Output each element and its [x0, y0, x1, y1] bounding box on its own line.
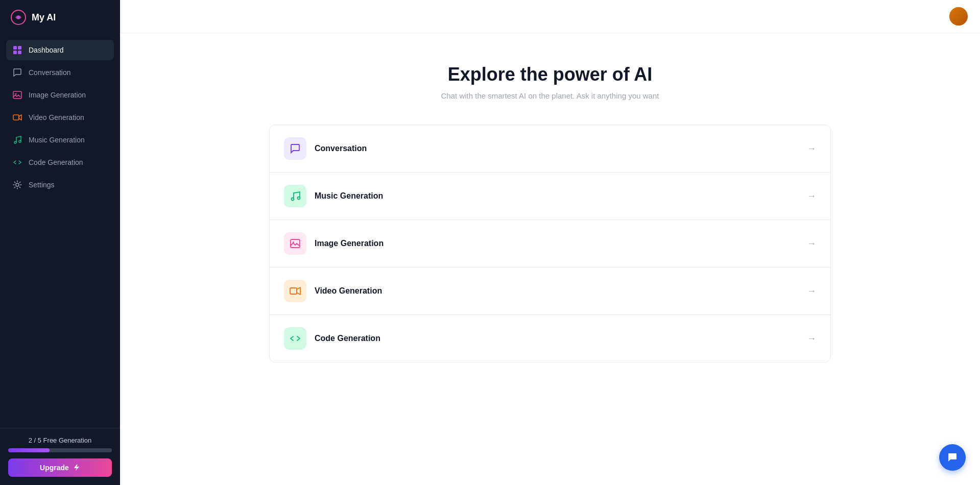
sidebar-footer: 2 / 5 Free Generation Upgrade: [0, 428, 120, 485]
card-left: Code Generation: [284, 327, 380, 350]
bolt-icon: [72, 464, 80, 472]
upgrade-button[interactable]: Upgrade: [8, 458, 112, 477]
sidebar-item-label: Video Generation: [29, 113, 84, 122]
feature-card-conversation[interactable]: Conversation →: [270, 125, 830, 173]
page-title: Explore the power of AI: [448, 64, 653, 85]
feature-card-label: Image Generation: [315, 239, 384, 248]
feature-card-label: Conversation: [315, 144, 367, 153]
chat-icon: [12, 67, 22, 78]
sidebar-nav: Dashboard Conversation Image Generation: [0, 35, 120, 428]
svg-rect-6: [13, 91, 21, 99]
chat-fab-button[interactable]: [939, 444, 966, 471]
svg-rect-2: [13, 46, 17, 50]
svg-point-13: [298, 197, 300, 200]
card-left: Music Generation: [284, 185, 383, 207]
dashboard-icon: [12, 45, 22, 55]
feature-card-label: Music Generation: [315, 191, 383, 201]
svg-point-1: [17, 16, 20, 19]
feature-cards-list: Conversation → Music Generation: [269, 125, 831, 362]
arrow-icon: →: [807, 143, 816, 154]
chat-fab-icon: [946, 451, 959, 464]
conversation-icon-wrap: [284, 137, 306, 160]
video-icon: [12, 112, 22, 123]
svg-point-12: [292, 198, 294, 201]
main-content: Explore the power of AI Chat with the sm…: [120, 0, 980, 485]
upgrade-label: Upgrade: [40, 464, 69, 472]
feature-card-video-generation[interactable]: Video Generation →: [270, 268, 830, 315]
feature-card-code-generation[interactable]: Code Generation →: [270, 315, 830, 362]
sidebar-item-label: Conversation: [29, 68, 71, 77]
logo-icon: [10, 9, 27, 26]
sidebar-item-label: Dashboard: [29, 46, 64, 54]
svg-rect-8: [13, 115, 19, 120]
settings-icon: [12, 180, 22, 190]
music-icon-wrap: [284, 185, 306, 207]
svg-point-10: [19, 140, 21, 142]
svg-rect-4: [13, 51, 17, 54]
top-bar: [120, 0, 980, 33]
svg-rect-5: [18, 51, 21, 54]
arrow-icon: →: [807, 191, 816, 202]
card-left: Video Generation: [284, 280, 382, 302]
image-card-icon: [289, 237, 301, 250]
feature-card-label: Video Generation: [315, 286, 382, 296]
progress-bar-fill: [8, 448, 50, 452]
feature-card-image-generation[interactable]: Image Generation →: [270, 220, 830, 268]
music-icon: [12, 135, 22, 145]
sidebar-item-conversation[interactable]: Conversation: [6, 62, 114, 83]
svg-point-11: [16, 183, 19, 186]
conversation-card-icon: [289, 142, 301, 155]
video-card-icon: [289, 285, 301, 297]
arrow-icon: →: [807, 333, 816, 344]
sidebar: My AI Dashboard Conversation: [0, 0, 120, 485]
sidebar-item-label: Image Generation: [29, 91, 86, 99]
video-icon-wrap: [284, 280, 306, 302]
svg-rect-3: [18, 46, 21, 50]
page-subtitle: Chat with the smartest AI on the planet.…: [441, 91, 659, 100]
arrow-icon: →: [807, 286, 816, 297]
arrow-icon: →: [807, 238, 816, 249]
content-area: Explore the power of AI Chat with the sm…: [120, 33, 980, 485]
music-card-icon: [289, 190, 301, 202]
sidebar-item-settings[interactable]: Settings: [6, 175, 114, 195]
sidebar-header: My AI: [0, 0, 120, 35]
app-title: My AI: [32, 12, 56, 23]
image-icon: [12, 90, 22, 100]
feature-card-music-generation[interactable]: Music Generation →: [270, 173, 830, 220]
card-left: Conversation: [284, 137, 367, 160]
code-card-icon: [289, 332, 301, 345]
avatar-image: [949, 7, 968, 26]
sidebar-item-image-generation[interactable]: Image Generation: [6, 85, 114, 105]
image-icon-wrap: [284, 232, 306, 255]
sidebar-item-music-generation[interactable]: Music Generation: [6, 130, 114, 150]
card-left: Image Generation: [284, 232, 384, 255]
progress-bar-background: [8, 448, 112, 452]
code-icon: [12, 157, 22, 167]
svg-rect-16: [290, 288, 297, 294]
svg-point-9: [14, 141, 16, 143]
avatar[interactable]: [949, 7, 968, 26]
code-icon-wrap: [284, 327, 306, 350]
sidebar-item-label: Music Generation: [29, 136, 85, 144]
sidebar-item-video-generation[interactable]: Video Generation: [6, 107, 114, 128]
sidebar-item-label: Settings: [29, 181, 55, 189]
feature-card-label: Code Generation: [315, 334, 380, 343]
svg-rect-14: [291, 239, 300, 248]
free-generation-label: 2 / 5 Free Generation: [8, 436, 112, 444]
sidebar-item-dashboard[interactable]: Dashboard: [6, 40, 114, 60]
sidebar-item-label: Code Generation: [29, 158, 83, 166]
sidebar-item-code-generation[interactable]: Code Generation: [6, 152, 114, 173]
